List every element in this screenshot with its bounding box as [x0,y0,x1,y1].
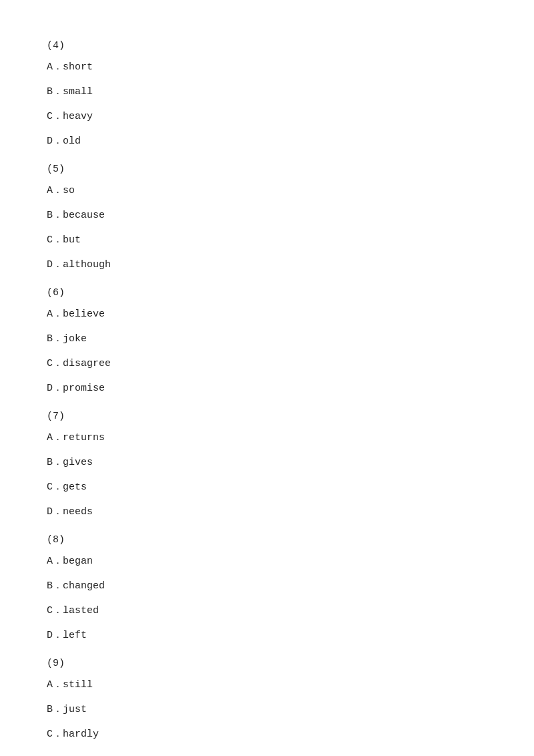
question-2-option-1: B．joke [47,330,487,348]
question-2-option-0: A．believe [47,305,487,323]
question-0-option-3: D．old [47,132,487,150]
question-5-option-1: B．just [47,701,487,719]
question-number-5: (9) [47,658,487,669]
question-3-option-0: A．returns [47,429,487,447]
question-number-0: (4) [47,40,487,51]
question-1-option-1: B．because [47,206,487,224]
question-4-option-3: D．left [47,626,487,644]
question-5-option-2: C．hardly [47,725,487,743]
question-3-option-3: D．needs [47,503,487,521]
question-1-option-2: C．but [47,231,487,249]
question-1-option-3: D．although [47,256,487,274]
question-1-option-0: A．so [47,182,487,200]
question-0-option-2: C．heavy [47,108,487,126]
question-2-option-3: D．promise [47,379,487,397]
question-3-option-2: C．gets [47,478,487,496]
question-number-2: (6) [47,287,487,299]
question-3-option-1: B．gives [47,453,487,471]
question-2-option-2: C．disagree [47,355,487,373]
question-4-option-2: C．lasted [47,602,487,620]
question-4-option-0: A．began [47,552,487,570]
question-number-4: (8) [47,534,487,546]
question-4-option-1: B．changed [47,577,487,595]
main-content: (4)A．shortB．smallC．heavyD．old(5)A．soB．be… [0,0,534,756]
question-0-option-1: B．small [47,83,487,101]
question-number-3: (7) [47,411,487,422]
question-number-1: (5) [47,164,487,175]
question-5-option-0: A．still [47,676,487,694]
question-0-option-0: A．short [47,58,487,76]
